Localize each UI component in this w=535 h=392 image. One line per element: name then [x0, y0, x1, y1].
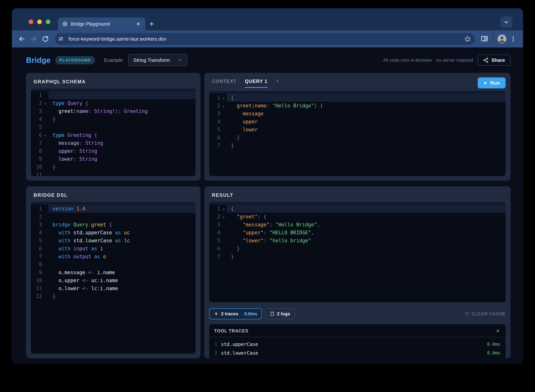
- code-line: 3bridge Query.greet {: [31, 221, 195, 229]
- clear-cache-button[interactable]: CLEAR CACHE: [465, 311, 506, 317]
- fold-spacer: [42, 107, 48, 115]
- tool-traces-panel: TOOL TRACES 1std.upperCase0.0ms2std.lowe…: [209, 324, 506, 359]
- fold-chevron-icon[interactable]: [42, 131, 48, 139]
- trace-index: 2: [214, 350, 221, 355]
- dsl-panel-title: BRIDGE DSL: [34, 192, 195, 198]
- code-text: }: [227, 252, 506, 261]
- reading-list-icon[interactable]: [480, 34, 489, 44]
- trace-row[interactable]: 2std.lowerCase0.0ms: [209, 349, 506, 357]
- code-text: lower: [227, 126, 506, 134]
- line-number: 1: [31, 91, 42, 99]
- tab-search-chevron-button[interactable]: [500, 17, 512, 28]
- fold-chevron-icon[interactable]: [42, 99, 48, 107]
- traces-toggle-button[interactable]: 2 traces · 0.0ms: [209, 308, 262, 319]
- schema-editor[interactable]: 12type Query {3 greet(name: String!): Gr…: [31, 89, 195, 176]
- browser-toolbar: force-keyword-bridge.aarne-laur.workers.…: [12, 30, 523, 47]
- code-text: o.lower <- lc:i.name: [48, 285, 195, 292]
- code-line: 3 "message": "Hello Bridge",: [209, 221, 506, 229]
- code-text: greet(name: "Hello Bridge") {: [227, 102, 506, 110]
- fold-spacer: [42, 91, 48, 99]
- back-icon[interactable]: [17, 34, 27, 44]
- code-text: [48, 123, 195, 131]
- new-tab-button[interactable]: [145, 18, 158, 30]
- line-number: 6: [209, 134, 220, 142]
- panel-bridge-dsl: BRIDGE DSL 1version 1.423bridge Query.gr…: [26, 186, 200, 358]
- code-text: }: [48, 115, 195, 123]
- logs-toggle-button[interactable]: 2 logs: [265, 308, 295, 319]
- close-tab-icon[interactable]: [135, 21, 141, 27]
- line-number: 7: [209, 252, 220, 261]
- fold-chevron-icon[interactable]: [220, 205, 227, 213]
- fold-spacer: [42, 261, 48, 268]
- app-logo: Bridge: [26, 56, 51, 65]
- reload-icon[interactable]: [40, 34, 50, 44]
- line-number: 5: [31, 123, 42, 131]
- traces-toolbar: 2 traces · 0.0ms 2 logs: [209, 308, 506, 319]
- code-line: 4 upper: [209, 118, 506, 126]
- code-line: 1version 1.4: [31, 205, 195, 213]
- fold-chevron-icon[interactable]: [220, 94, 227, 102]
- line-number: 5: [31, 237, 42, 245]
- code-text: upper: [227, 118, 506, 126]
- forward-icon[interactable]: [29, 34, 38, 44]
- panel-query: CONTEXT QUERY 1 + Run 1{2 greet(name: "H…: [204, 73, 511, 181]
- fold-chevron-icon[interactable]: [220, 213, 227, 221]
- url-bar[interactable]: force-keyword-bridge.aarne-laur.workers.…: [55, 33, 475, 45]
- window-controls: [29, 19, 50, 24]
- tool-traces-rows: 1std.upperCase0.0ms2std.lowerCase0.0ms: [209, 337, 506, 359]
- code-line: 7 message: String: [31, 139, 195, 147]
- code-text: greet(name: String!): Greeting: [48, 107, 195, 115]
- fold-spacer: [42, 213, 48, 221]
- line-number: 11: [31, 171, 42, 176]
- fold-spacer: [220, 126, 227, 134]
- fold-spacer: [42, 147, 48, 155]
- code-line: 11: [31, 171, 195, 176]
- profile-avatar[interactable]: [497, 35, 506, 43]
- result-panel-title: RESULT: [212, 192, 506, 198]
- kebab-menu-icon[interactable]: [508, 34, 518, 44]
- share-button[interactable]: Share: [478, 55, 510, 66]
- browser-tab[interactable]: Bridge Playground: [58, 18, 145, 30]
- line-number: 9: [31, 268, 42, 276]
- chevron-down-icon: [177, 58, 182, 63]
- code-text: with output as o: [48, 252, 195, 261]
- share-icon: [483, 57, 489, 63]
- line-number: 7: [31, 139, 42, 147]
- url-text[interactable]: force-keyword-bridge.aarne-laur.workers.…: [69, 36, 461, 42]
- minimize-window-button[interactable]: [37, 19, 42, 24]
- dsl-editor[interactable]: 1version 1.423bridge Query.greet {4 with…: [31, 202, 195, 354]
- code-text: }: [48, 292, 195, 300]
- schema-panel-title: GRAPHQL SCHEMA: [34, 79, 195, 84]
- code-text: lower: String: [48, 155, 195, 163]
- tab-context[interactable]: CONTEXT: [212, 79, 237, 88]
- example-select[interactable]: String Transform: [128, 54, 187, 66]
- code-line: 1{: [209, 205, 506, 213]
- code-text: version 1.4: [48, 205, 195, 213]
- code-line: 3 greet(name: String!): Greeting: [31, 107, 195, 115]
- code-text: message: [227, 110, 506, 118]
- editor-top-strip: [209, 202, 506, 205]
- line-number: 7: [31, 252, 42, 261]
- trace-row[interactable]: 1std.upperCase0.0ms: [209, 340, 506, 349]
- query-editor[interactable]: 1{2 greet(name: "Hello Bridge") {3 messa…: [209, 91, 506, 176]
- fold-chevron-icon[interactable]: [220, 102, 227, 110]
- close-icon[interactable]: [495, 328, 501, 334]
- line-number: 10: [31, 163, 42, 171]
- code-line: 12}: [31, 292, 195, 300]
- fold-spacer: [220, 142, 227, 149]
- code-text: message: String: [48, 139, 195, 147]
- browser-tab-strip: Bridge Playground: [12, 8, 523, 30]
- toolbar-divider: [493, 35, 494, 43]
- line-number: 2: [209, 213, 220, 221]
- code-line: 5 with std.lowerCase as lc: [31, 237, 195, 245]
- add-query-tab-button[interactable]: +: [276, 78, 279, 84]
- runtime-status-note: All code runs in-browser · no server req…: [383, 57, 473, 63]
- line-number: 11: [31, 285, 42, 292]
- run-button[interactable]: Run: [478, 77, 506, 89]
- zoom-window-button[interactable]: [46, 19, 50, 24]
- tab-query-1[interactable]: QUERY 1: [245, 79, 267, 88]
- close-window-button[interactable]: [29, 19, 33, 24]
- site-settings-icon[interactable]: [56, 34, 66, 43]
- bookmark-star-icon[interactable]: [464, 35, 471, 42]
- fold-spacer: [220, 237, 227, 245]
